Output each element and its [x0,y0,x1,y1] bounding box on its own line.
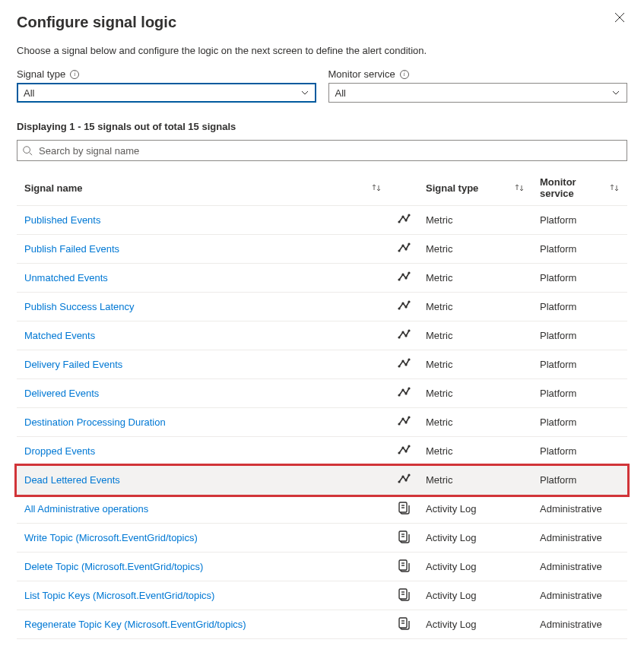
signal-type-label: Signal type i [17,68,316,80]
close-button[interactable] [612,11,627,26]
signal-link[interactable]: Matched Events [24,330,95,341]
signal-type-cell: Activity Log [418,524,532,553]
chevron-down-icon [300,88,309,97]
signal-link[interactable]: Delivered Events [24,388,99,399]
monitor-service-cell: Administrative [532,610,627,639]
signal-type-field: Signal type i All [17,68,316,103]
table-row[interactable]: Delivered EventsMetricPlatform [17,379,627,408]
col-header-type-text: Signal type [426,182,478,194]
result-count: Displaying 1 - 15 signals out of total 1… [17,121,627,132]
signal-link[interactable]: Publish Success Latency [24,301,135,312]
signal-type-cell: Activity Log [418,610,532,639]
sort-icon [514,182,525,193]
signal-link[interactable]: Delete Topic (Microsoft.EventGrid/topics… [24,561,203,572]
monitor-service-cell: Platform [532,379,627,408]
col-header-name[interactable]: Signal name [17,170,389,206]
signal-type-cell: Metric [418,206,532,235]
activity-log-icon [397,616,411,630]
signal-type-cell: Metric [418,350,532,379]
configure-signal-panel: Configure signal logic Choose a signal b… [0,0,644,639]
sort-icon [371,182,382,193]
metric-icon [397,414,411,428]
signal-type-cell: Metric [418,379,532,408]
close-icon [614,12,625,25]
signal-type-cell: Metric [418,321,532,350]
table-row[interactable]: Dropped EventsMetricPlatform [17,437,627,466]
svg-line-3 [30,153,33,156]
info-icon[interactable]: i [70,70,79,79]
signal-link[interactable]: Write Topic (Microsoft.EventGrid/topics) [24,532,198,543]
signal-link[interactable]: Destination Processing Duration [24,416,166,428]
monitor-service-cell: Platform [532,264,627,293]
activity-log-icon [397,587,411,601]
table-row[interactable]: Publish Success LatencyMetricPlatform [17,293,627,321]
monitor-service-cell: Platform [532,350,627,379]
monitor-service-cell: Platform [532,206,627,235]
monitor-service-cell: Platform [532,466,627,495]
monitor-service-select[interactable]: All [328,83,628,103]
signal-link[interactable]: Publish Failed Events [24,243,119,255]
signal-link[interactable]: Regenerate Topic Key (Microsoft.EventGri… [24,619,246,630]
info-icon[interactable]: i [400,70,409,79]
signal-link[interactable]: Unmatched Events [24,272,108,283]
table-row[interactable]: Unmatched EventsMetricPlatform [17,264,627,293]
table-row[interactable]: Delete Topic (Microsoft.EventGrid/topics… [17,553,627,581]
table-row[interactable]: Write Topic (Microsoft.EventGrid/topics)… [17,524,627,553]
metric-icon [397,356,411,370]
signal-link[interactable]: All Administrative operations [24,503,148,515]
col-header-icon [389,170,418,206]
activity-log-icon [397,530,411,543]
metric-icon [397,241,411,255]
signal-type-value: All [24,87,34,99]
monitor-service-cell: Administrative [532,524,627,553]
col-header-service[interactable]: Monitor service [532,170,627,206]
monitor-service-cell: Platform [532,408,627,437]
col-header-service-text: Monitor service [540,176,603,199]
table-row[interactable]: Matched EventsMetricPlatform [17,321,627,350]
activity-log-icon [397,501,411,515]
monitor-service-cell: Platform [532,321,627,350]
signals-table: Signal name Signal type [17,170,627,639]
search-wrapper [17,140,627,161]
table-row[interactable]: Dead Lettered EventsMetricPlatform [17,466,627,495]
signal-type-cell: Metric [418,437,532,466]
signal-type-cell: Activity Log [418,581,532,610]
table-row[interactable]: All Administrative operationsActivity Lo… [17,495,627,524]
monitor-service-label-text: Monitor service [328,68,395,80]
monitor-service-cell: Administrative [532,553,627,581]
col-header-name-text: Signal name [24,182,83,194]
signal-link[interactable]: Delivery Failed Events [24,359,122,370]
table-row[interactable]: Published EventsMetricPlatform [17,206,627,235]
signal-link[interactable]: Dropped Events [24,445,95,457]
col-header-type[interactable]: Signal type [418,170,532,206]
signal-type-cell: Metric [418,264,532,293]
table-row[interactable]: Delivery Failed EventsMetricPlatform [17,350,627,379]
signal-type-cell: Metric [418,466,532,495]
monitor-service-cell: Platform [532,293,627,321]
signal-link[interactable]: List Topic Keys (Microsoft.EventGrid/top… [24,590,214,601]
monitor-service-cell: Administrative [532,495,627,524]
signal-link[interactable]: Published Events [24,214,100,226]
signal-type-label-text: Signal type [17,68,65,80]
metric-icon [397,472,411,486]
panel-description: Choose a signal below and configure the … [17,45,627,56]
table-row[interactable]: Regenerate Topic Key (Microsoft.EventGri… [17,610,627,639]
signal-type-cell: Metric [418,408,532,437]
sort-icon [609,182,620,193]
signal-type-select[interactable]: All [17,83,316,103]
table-row[interactable]: List Topic Keys (Microsoft.EventGrid/top… [17,581,627,610]
signal-type-cell: Activity Log [418,553,532,581]
metric-icon [397,385,411,399]
chevron-down-icon [611,88,620,97]
search-icon [22,145,33,156]
table-row[interactable]: Destination Processing DurationMetricPla… [17,408,627,437]
monitor-service-cell: Platform [532,437,627,466]
panel-title: Configure signal logic [17,14,627,31]
metric-icon [397,443,411,457]
search-input[interactable] [17,140,627,161]
metric-icon [397,299,411,312]
monitor-service-label: Monitor service i [328,68,628,80]
signal-link[interactable]: Dead Lettered Events [24,474,120,486]
metric-icon [397,328,411,341]
table-row[interactable]: Publish Failed EventsMetricPlatform [17,235,627,264]
